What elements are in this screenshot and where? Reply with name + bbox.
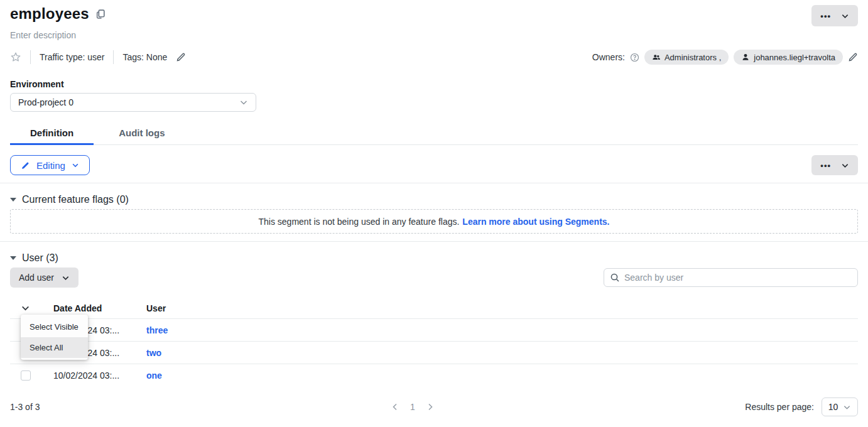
feature-flags-heading-label: Current feature flags (0): [22, 194, 129, 205]
definition-toolbar: Editing •••: [10, 155, 858, 175]
user-link[interactable]: one: [146, 370, 858, 381]
toolbar-overflow-button[interactable]: •••: [811, 155, 858, 175]
star-icon[interactable]: [10, 51, 21, 63]
divider: [113, 50, 114, 64]
user-link[interactable]: two: [146, 348, 858, 358]
owner-pill-label: johannes.liegl+travolta: [754, 53, 835, 62]
next-page-button[interactable]: [426, 403, 435, 411]
user-section-heading[interactable]: User (3): [10, 252, 858, 264]
help-circle-icon[interactable]: [630, 53, 639, 62]
select-dropdown-menu: Select Visible Select All: [21, 315, 88, 360]
person-icon: [741, 53, 750, 62]
owners-label: Owners:: [592, 52, 625, 62]
group-icon: [652, 53, 661, 62]
environment-select[interactable]: Prod-project 0: [10, 93, 256, 112]
results-per-page-label: Results per page:: [745, 402, 814, 412]
add-user-label: Add user: [19, 273, 54, 283]
user-table: Date Added User 10/02/2024 03:... three …: [10, 298, 858, 386]
owner-pill-user[interactable]: johannes.liegl+travolta: [734, 50, 843, 65]
environment-selected-value: Prod-project 0: [18, 97, 73, 107]
tab-definition[interactable]: Definition: [25, 125, 79, 144]
feature-flags-empty-state: This segment is not being used in any fe…: [10, 209, 858, 234]
meta-row: Traffic type: user Tags: None Owners: Ad…: [10, 50, 858, 65]
table-header-row: Date Added User: [10, 298, 858, 318]
environment-label: Environment: [10, 79, 858, 89]
results-per-page-select[interactable]: 10: [822, 397, 858, 416]
chevron-left-icon: [391, 403, 399, 411]
user-controls-row: Add user: [10, 268, 858, 288]
tags-label: Tags: None: [122, 52, 167, 62]
empty-message: This segment is not being used in any fe…: [258, 217, 459, 227]
owner-pill-label: Administrators ,: [665, 53, 721, 62]
chevron-down-icon: [843, 403, 851, 411]
current-page-number[interactable]: 1: [410, 402, 415, 412]
edit-tags-pencil-icon[interactable]: [176, 52, 186, 62]
results-range-text: 1-3 of 3: [10, 402, 40, 412]
add-user-button[interactable]: Add user: [10, 268, 79, 288]
ellipsis-icon: •••: [820, 161, 831, 170]
chevron-down-icon: [841, 161, 849, 170]
table-row: 10/02/2024 03:... two: [10, 341, 858, 364]
editing-mode-button[interactable]: Editing: [10, 155, 90, 175]
divider: [0, 241, 868, 242]
user-heading-label: User (3): [22, 252, 58, 264]
divider: [0, 183, 868, 183]
chevron-down-icon: [62, 274, 70, 282]
previous-page-button[interactable]: [391, 403, 399, 411]
ellipsis-icon: •••: [820, 12, 831, 20]
pencil-icon: [21, 161, 30, 170]
table-row: 10/02/2024 03:... one: [10, 364, 858, 386]
chevron-down-icon: [841, 12, 849, 20]
tab-bar: Definition Audit logs: [10, 125, 858, 145]
results-per-page-value: 10: [828, 402, 838, 412]
chevron-down-icon: [72, 161, 79, 169]
chevron-right-icon: [426, 403, 435, 411]
pager: 1: [391, 402, 435, 412]
collapse-triangle-icon: [10, 256, 16, 260]
user-link[interactable]: three: [146, 325, 858, 335]
feature-flags-section-heading[interactable]: Current feature flags (0): [10, 194, 858, 205]
column-header-user[interactable]: User: [146, 303, 858, 313]
menu-item-select-all[interactable]: Select All: [21, 337, 88, 358]
divider: [30, 50, 31, 64]
date-added-cell: 10/02/2024 03:...: [53, 370, 146, 381]
owner-pill-administrators[interactable]: Administrators ,: [644, 50, 729, 65]
column-header-date-added[interactable]: Date Added: [53, 303, 146, 313]
segment-detail-page: employees ••• Enter description Traf: [0, 0, 868, 417]
learn-more-link[interactable]: Learn more about using Segments.: [462, 217, 609, 227]
pagination-footer: 1-3 of 3 1 Results per page: 10: [10, 397, 858, 417]
title-row: employees •••: [10, 5, 858, 26]
description-placeholder[interactable]: Enter description: [10, 30, 858, 40]
copy-icon[interactable]: [95, 9, 106, 19]
editing-label: Editing: [36, 160, 65, 171]
search-icon: [610, 273, 620, 283]
user-search-box: [604, 268, 858, 287]
collapse-triangle-icon: [10, 198, 16, 202]
table-row: 10/02/2024 03:... three: [10, 318, 858, 341]
chevron-down-icon: [239, 98, 248, 107]
row-checkbox[interactable]: [21, 370, 31, 381]
traffic-type-label: Traffic type: user: [40, 52, 104, 62]
search-input[interactable]: [624, 273, 852, 283]
edit-owners-pencil-icon[interactable]: [848, 52, 858, 62]
tab-audit-logs[interactable]: Audit logs: [114, 125, 170, 144]
select-all-dropdown-toggle[interactable]: [10, 303, 53, 313]
chevron-down-icon: [21, 303, 30, 313]
header-overflow-button[interactable]: •••: [811, 5, 858, 26]
page-title: employees: [10, 5, 89, 23]
menu-item-select-visible[interactable]: Select Visible: [21, 316, 88, 337]
